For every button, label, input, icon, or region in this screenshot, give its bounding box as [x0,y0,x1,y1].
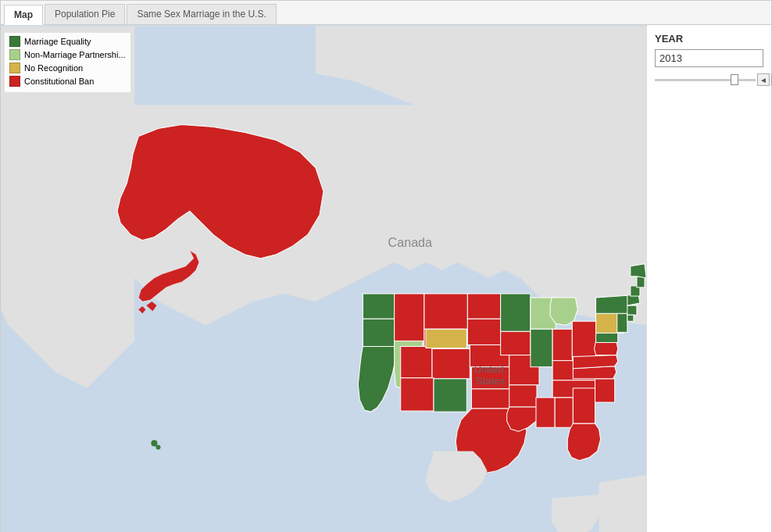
year-label: YEAR [655,33,763,45]
svg-rect-5 [363,319,394,346]
svg-rect-25 [572,321,595,356]
svg-rect-29 [555,398,573,427]
svg-rect-17 [471,389,514,409]
tab-population-pie[interactable]: Population Pie [45,4,125,24]
legend-item-constitutional-ban: Constitutional Ban [9,76,126,87]
svg-rect-31 [595,379,615,402]
legend: Marriage Equality Non-Marriage Partnersh… [5,33,130,92]
legend-label-no-recognition: No Recognition [24,63,83,73]
svg-rect-36 [627,305,637,315]
svg-rect-18 [501,294,531,331]
svg-rect-19 [501,331,531,355]
us-label: United [474,363,504,375]
svg-rect-7 [424,294,467,329]
svg-rect-40 [426,329,466,348]
legend-color-no-recognition [9,62,20,73]
tab-bar: Map Population Pie Same Sex Marriage in … [1,1,771,25]
svg-rect-39 [637,277,645,287]
svg-rect-9 [401,346,432,377]
svg-rect-24 [552,329,572,360]
legend-color-constitutional-ban [9,76,20,87]
legend-label-non-marriage: Non-Marriage Partnershi... [24,50,126,59]
legend-color-non-marriage [9,49,20,60]
legend-label-constitutional-ban: Constitutional Ban [24,77,94,86]
year-panel: YEAR ◄ ► [646,25,771,532]
svg-rect-21 [509,385,537,407]
svg-rect-10 [432,348,470,378]
year-value-input[interactable] [655,49,763,67]
svg-rect-35 [617,313,627,332]
svg-rect-30 [573,388,595,423]
legend-label-marriage-equality: Marriage Equality [24,37,91,46]
legend-item-non-marriage: Non-Marriage Partnershi... [9,49,126,60]
legend-color-marriage-equality [9,36,20,47]
legend-item-no-recognition: No Recognition [9,62,126,73]
svg-rect-13 [467,294,500,319]
main-area: Marriage Equality Non-Marriage Partnersh… [1,25,771,532]
map-container: Canada United States Mexico © OpenStreet… [1,25,646,532]
svg-rect-14 [467,319,500,345]
map-svg: Canada United States Mexico [1,25,646,532]
slider-container: ◄ ► [655,73,763,86]
svg-rect-6 [395,294,424,341]
svg-rect-12 [434,379,466,412]
canada-label: Canada [388,235,432,249]
app-container: Map Population Pie Same Sex Marriage in … [0,0,772,532]
legend-item-marriage-equality: Marriage Equality [9,36,126,47]
svg-rect-37 [627,315,634,321]
svg-rect-23 [531,329,552,366]
tab-same-sex-marriage[interactable]: Same Sex Marriage in the U.S. [127,4,276,24]
year-slider[interactable] [655,79,756,81]
us-label2: States [476,375,506,387]
svg-point-2 [151,440,157,446]
svg-rect-11 [401,378,434,411]
tab-map[interactable]: Map [4,5,43,25]
prev-year-button[interactable]: ◄ [757,73,770,86]
svg-rect-4 [363,294,394,319]
svg-point-3 [155,445,160,449]
svg-rect-28 [536,398,555,427]
